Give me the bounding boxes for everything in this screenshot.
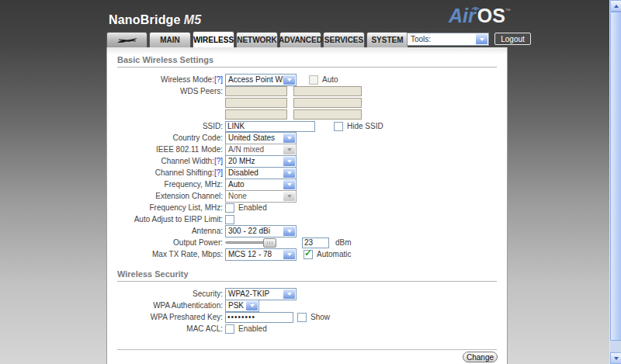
eirp-label: Auto Adjust to EIRP Limit: xyxy=(117,215,223,224)
security-row: Security: WPA2-TKIP xyxy=(107,288,507,300)
wireless-mode-auto-label: Auto xyxy=(322,75,338,84)
tab-system[interactable]: SYSTEM xyxy=(366,32,408,47)
security-select[interactable]: WPA2-TKIP xyxy=(225,288,297,300)
tab-wireless[interactable]: WIRELESS xyxy=(193,31,234,47)
ieee-mode-label: IEEE 802.11 Mode: xyxy=(117,145,223,154)
tab-home-logo[interactable] xyxy=(106,32,147,47)
device-logo: NanoBridgeM5 xyxy=(109,13,201,27)
vertical-scrollbar[interactable] xyxy=(609,0,621,364)
channel-width-label: Channel Width: xyxy=(161,157,214,165)
eirp-checkbox[interactable] xyxy=(225,215,234,224)
output-power-input[interactable] xyxy=(302,237,329,248)
scroll-up-icon[interactable] xyxy=(610,0,621,12)
wpa-preshared-key-row: WPA Preshared Key: Show xyxy=(107,311,507,323)
frequency-label: Frequency, MHz: xyxy=(117,180,223,189)
frequency-list-row: Frequency List, MHz: Enabled xyxy=(107,202,507,213)
channel-shifting-label: Channel Shifting: xyxy=(155,168,214,177)
mac-acl-checkbox[interactable] xyxy=(225,324,234,334)
max-tx-rate-row: Max TX Rate, Mbps: MCS 12 - 78 ✓ Automat… xyxy=(107,248,507,260)
country-code-select[interactable]: United States xyxy=(225,132,297,144)
tools-selected-value: Tools: xyxy=(411,35,431,43)
wireless-mode-label: Wireless Mode: xyxy=(161,75,214,84)
wireless-mode-row: Wireless Mode:[?] Access Point WDS Auto xyxy=(107,74,507,85)
logout-button[interactable]: Logout xyxy=(494,33,531,45)
tab-network[interactable]: NETWORK xyxy=(236,32,278,47)
mac-acl-label: MAC ACL: xyxy=(117,324,223,333)
show-key-checkbox[interactable] xyxy=(297,313,307,322)
wpa-authentication-row: WPA Authentication: PSK xyxy=(107,300,507,311)
output-power-unit: dBm xyxy=(335,238,352,247)
basic-wireless-settings-title: Basic Wireless Settings xyxy=(117,55,497,68)
airos-logo-os: OS xyxy=(477,5,505,27)
max-tx-rate-auto-checkbox[interactable]: ✓ xyxy=(304,250,313,259)
wpa-preshared-key-input[interactable] xyxy=(225,312,293,323)
airos-logo: Air OS ™ xyxy=(449,5,511,27)
hide-ssid-checkbox[interactable] xyxy=(334,122,343,131)
max-tx-rate-select[interactable]: MCS 12 - 78 xyxy=(225,248,297,261)
airos-logo-air: Air xyxy=(449,5,477,27)
antenna-label: Antenna: xyxy=(117,227,223,235)
channel-width-select[interactable]: 20 MHz xyxy=(225,155,297,168)
main-nav-tabs: MAIN WIRELESS NETWORK ADVANCED SERVICES … xyxy=(106,31,408,47)
wireless-mode-auto-checkbox[interactable] xyxy=(309,75,318,85)
brand-model: M5 xyxy=(184,13,202,26)
wpa-authentication-select[interactable]: PSK xyxy=(225,300,259,312)
frequency-row: Frequency, MHz: Auto xyxy=(107,179,507,190)
trademark-symbol: ™ xyxy=(505,8,511,13)
tab-services[interactable]: SERVICES xyxy=(323,32,365,47)
channel-width-row: Channel Width:[?] 20 MHz xyxy=(107,155,507,167)
wireless-mode-help-link[interactable]: [?] xyxy=(214,75,223,84)
chevron-down-icon xyxy=(283,168,295,178)
chevron-down-icon xyxy=(283,192,295,201)
wireless-security-title: Wireless Security xyxy=(117,269,497,282)
output-power-label: Output Power: xyxy=(117,238,223,247)
wds-peer-input-2[interactable] xyxy=(293,86,362,96)
wds-peer-input-5[interactable] xyxy=(225,109,287,120)
channel-width-help-link[interactable]: [?] xyxy=(214,157,223,165)
wpa-preshared-key-label: WPA Preshared Key: xyxy=(117,313,223,321)
frequency-list-checkbox[interactable] xyxy=(225,203,234,213)
tools-select[interactable]: Tools: xyxy=(407,33,489,46)
chevron-down-icon xyxy=(283,180,295,189)
wireless-mode-select[interactable]: Access Point WDS xyxy=(225,74,297,86)
extension-channel-select: None xyxy=(225,190,297,203)
scrollbar-thumb[interactable] xyxy=(610,12,621,341)
frequency-select[interactable]: Auto xyxy=(225,179,297,191)
wds-peer-input-1[interactable] xyxy=(225,86,287,96)
slider-thumb[interactable] xyxy=(263,238,276,248)
frequency-list-label: Frequency List, MHz: xyxy=(117,203,223,212)
output-power-slider[interactable] xyxy=(225,238,276,248)
channel-shifting-row: Channel Shifting:[?] Disabled xyxy=(107,167,507,179)
security-label: Security: xyxy=(117,289,223,298)
antenna-select[interactable]: 300 - 22 dBi xyxy=(225,225,297,237)
chevron-down-icon[interactable] xyxy=(476,34,487,44)
wds-peers-row-3 xyxy=(107,109,507,120)
channel-shifting-select[interactable]: Disabled xyxy=(225,167,297,179)
max-tx-rate-auto-label: Automatic xyxy=(317,250,351,258)
ssid-label: SSID: xyxy=(117,122,223,130)
content-panel: Basic Wireless Settings Wireless Mode:[?… xyxy=(106,47,508,364)
footer-divider xyxy=(117,349,497,350)
brand-name: NanoBridge xyxy=(109,13,181,26)
ieee-mode-row: IEEE 802.11 Mode: A/N mixed xyxy=(107,144,507,155)
chevron-down-icon xyxy=(283,157,295,166)
wds-peer-input-3[interactable] xyxy=(225,98,287,108)
wds-peer-input-4[interactable] xyxy=(293,98,362,108)
wds-peers-label: WDS Peers: xyxy=(117,87,223,95)
antenna-row: Antenna: 300 - 22 dBi xyxy=(107,225,507,237)
extension-channel-label: Extension Channel: xyxy=(117,192,223,200)
mac-acl-enabled-label: Enabled xyxy=(238,324,267,333)
ssid-input[interactable] xyxy=(225,121,315,132)
chevron-down-icon xyxy=(283,289,295,299)
wds-peer-input-6[interactable] xyxy=(293,109,362,120)
chevron-down-icon xyxy=(283,227,295,236)
channel-shifting-help-link[interactable]: [?] xyxy=(214,168,223,177)
eirp-row: Auto Adjust to EIRP Limit: xyxy=(107,213,507,225)
country-code-label: Country Code: xyxy=(117,133,223,142)
wpa-authentication-label: WPA Authentication: xyxy=(117,301,223,310)
change-button[interactable]: Change xyxy=(463,352,498,362)
tab-advanced[interactable]: ADVANCED xyxy=(279,32,321,47)
scroll-down-icon[interactable] xyxy=(610,352,621,364)
tab-main[interactable]: MAIN xyxy=(149,32,191,47)
chevron-down-icon xyxy=(283,75,295,85)
